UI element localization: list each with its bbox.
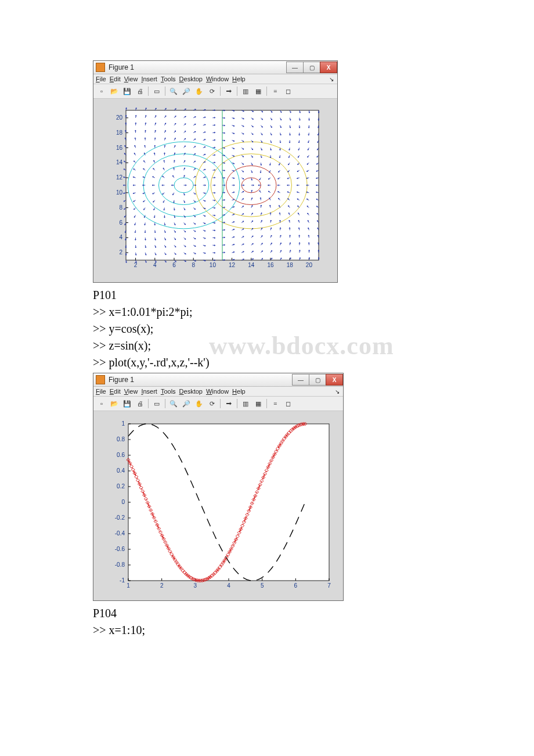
legend-icon[interactable]: ▦ — [252, 398, 264, 409]
pointer-icon[interactable]: ▭ — [151, 85, 163, 97]
legend-icon[interactable]: ▦ — [252, 85, 264, 97]
menu-view[interactable]: View — [124, 388, 138, 395]
svg-line-643 — [204, 193, 205, 194]
maximize-button[interactable]: ▢ — [309, 374, 326, 386]
menu-desktop[interactable]: Desktop — [179, 75, 203, 82]
menu-file[interactable]: File — [96, 388, 106, 395]
svg-line-679 — [316, 192, 317, 192]
zoom-out-icon[interactable]: 🔎 — [181, 85, 192, 97]
svg-line-604 — [279, 198, 280, 199]
svg-line-928 — [307, 163, 308, 164]
zoom-in-icon[interactable]: 🔍 — [168, 85, 179, 97]
save-icon[interactable]: 💾 — [121, 85, 133, 97]
menu-insert[interactable]: Insert — [141, 388, 157, 395]
datacursor-icon[interactable]: ⮕ — [223, 398, 234, 409]
menu-tools[interactable]: Tools — [161, 75, 176, 82]
linked-icon[interactable]: ≡ — [269, 85, 281, 97]
svg-text:6: 6 — [294, 582, 298, 589]
svg-line-343 — [252, 228, 253, 229]
pan-icon[interactable]: ✋ — [193, 398, 205, 409]
pointer-icon[interactable]: ▭ — [151, 398, 163, 409]
svg-line-1048 — [289, 149, 290, 150]
plot-area: 1234567-1-0.8-0.6-0.4-0.200.20.40.60.81 — [93, 411, 343, 600]
save-icon[interactable]: 💾 — [121, 398, 133, 409]
print-icon[interactable]: 🖨 — [134, 398, 146, 409]
linked-icon[interactable]: ≡ — [269, 398, 281, 409]
svg-text:-0.2: -0.2 — [115, 514, 125, 521]
maximize-button[interactable]: ▢ — [303, 62, 320, 73]
svg-text:12: 12 — [229, 262, 236, 268]
svg-text:14: 14 — [248, 262, 255, 268]
matlab-icon — [96, 375, 105, 384]
plottools-icon[interactable]: ◻ — [282, 398, 294, 409]
open-icon[interactable]: 📂 — [109, 85, 120, 97]
window-title: Figure 1 — [109, 376, 293, 384]
svg-text:0.2: 0.2 — [117, 483, 125, 489]
open-icon[interactable]: 📂 — [109, 398, 120, 409]
axes-1[interactable]: 24681012141618202468101214161820 — [99, 105, 330, 279]
new-icon[interactable]: ▫ — [96, 398, 107, 409]
svg-text:-0.8: -0.8 — [115, 561, 125, 568]
svg-line-1114 — [298, 142, 299, 143]
pan-icon[interactable]: ✋ — [193, 85, 205, 97]
svg-text:4: 4 — [227, 582, 230, 589]
svg-line-1192 — [146, 123, 146, 124]
svg-line-94 — [262, 258, 263, 260]
zoom-out-icon[interactable]: 🔎 — [181, 398, 192, 409]
dock-icon[interactable]: ↘ — [334, 388, 341, 394]
svg-line-916 — [270, 164, 270, 165]
svg-rect-1373 — [128, 424, 329, 581]
new-icon[interactable]: ▫ — [96, 85, 107, 97]
zoom-in-icon[interactable]: 🔍 — [168, 398, 179, 409]
datacursor-icon[interactable]: ⮕ — [223, 85, 234, 97]
close-button[interactable]: X — [326, 374, 343, 386]
print-icon[interactable]: 🖨 — [134, 85, 146, 97]
menu-help[interactable]: Help — [232, 75, 246, 82]
menu-desktop[interactable]: Desktop — [179, 388, 203, 395]
colorbar-icon[interactable]: ▥ — [240, 85, 251, 97]
menu-help[interactable]: Help — [232, 388, 246, 395]
rotate-icon[interactable]: ⟳ — [206, 85, 218, 97]
svg-text:2: 2 — [134, 262, 138, 268]
axes-2[interactable]: 1234567-1-0.8-0.6-0.4-0.200.20.40.60.81 — [99, 417, 336, 597]
section-p101: P101 — [93, 289, 441, 302]
minimize-button[interactable]: — — [286, 62, 304, 73]
svg-line-817 — [153, 168, 154, 169]
menu-window[interactable]: Window — [206, 388, 229, 395]
menu-insert[interactable]: Insert — [141, 75, 157, 82]
svg-line-241 — [125, 239, 126, 240]
svg-text:4: 4 — [153, 262, 157, 268]
svg-line-130 — [175, 254, 176, 255]
menu-file[interactable]: File — [96, 75, 106, 82]
section-p104: P104 — [93, 607, 441, 620]
minimize-button[interactable]: — — [292, 374, 309, 386]
menu-edit[interactable]: Edit — [110, 75, 121, 82]
matlab-icon — [96, 63, 105, 72]
code-line: >> z=sin(x); — [93, 339, 441, 352]
titlebar[interactable]: Figure 1 — ▢ X — [93, 373, 343, 387]
svg-line-373 — [145, 224, 145, 225]
titlebar[interactable]: Figure 1 — ▢ X — [93, 61, 337, 74]
figure-window-2: Figure 1 — ▢ X File Edit View Insert Too… — [93, 373, 344, 601]
window-title: Figure 1 — [109, 63, 287, 71]
dock-icon[interactable]: ↘ — [328, 76, 335, 82]
svg-line-778 — [233, 178, 234, 179]
menu-tools[interactable]: Tools — [161, 388, 176, 395]
toolbar: ▫ 📂 💾 🖨 ▭ 🔍 🔎 ✋ ⟳ ⮕ ▥ ▦ ≡ ◻ — [93, 397, 343, 411]
menubar: File Edit View Insert Tools Desktop Wind… — [93, 387, 343, 397]
rotate-icon[interactable]: ⟳ — [206, 398, 218, 409]
close-button[interactable]: X — [320, 62, 337, 73]
svg-line-280 — [252, 236, 253, 237]
svg-text:20: 20 — [306, 262, 313, 268]
svg-text:6: 6 — [172, 262, 176, 268]
svg-text:16: 16 — [267, 262, 274, 268]
menu-view[interactable]: View — [124, 75, 138, 82]
menu-edit[interactable]: Edit — [110, 388, 121, 395]
svg-line-157 — [262, 251, 263, 252]
svg-text:1: 1 — [121, 420, 125, 427]
colorbar-icon[interactable]: ▥ — [240, 398, 251, 409]
plottools-icon[interactable]: ◻ — [282, 85, 294, 97]
svg-text:8: 8 — [192, 262, 195, 268]
svg-text:2: 2 — [119, 249, 122, 255]
menu-window[interactable]: Window — [206, 75, 229, 82]
